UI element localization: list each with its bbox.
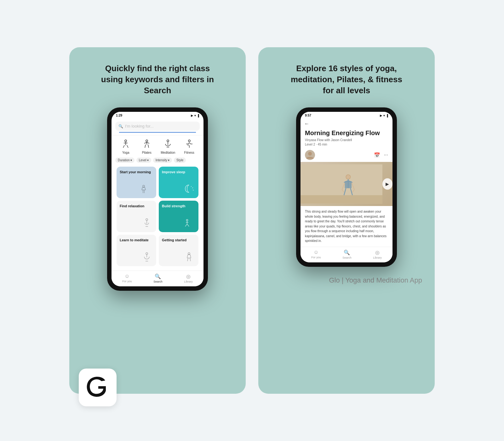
status-bar-right: 9:57 ▶ ▾ ▐ (301, 112, 392, 118)
nav-library-left[interactable]: ◎ Library (184, 273, 193, 283)
calendar-icon[interactable]: 📅 (374, 152, 380, 158)
card-getting-started-title: Getting started (162, 238, 195, 242)
glo-logo-svg (85, 375, 110, 400)
instructor-avatar (305, 150, 315, 160)
subtitle-line1: Vinyasa Flow with Jason Crandell (305, 138, 388, 142)
nav-search-left[interactable]: 🔍 Search (153, 273, 163, 283)
for-you-icon-right: ☺ (313, 249, 318, 255)
nav-for-you-right[interactable]: ☺ For you (311, 249, 321, 259)
card-build-strength[interactable]: Build strength (159, 201, 198, 232)
library-label-left: Library (184, 280, 193, 283)
bottom-section: Glo | Yoga and Meditation App (268, 267, 425, 284)
filter-level-label: Level (139, 158, 146, 162)
video-thumbnail[interactable]: ▶ (301, 162, 392, 206)
filter-duration[interactable]: Duration ▾ (115, 158, 135, 163)
search-icon-left: 🔍 (155, 273, 161, 279)
avatar-svg (305, 150, 315, 160)
card-improve-sleep-icon (162, 184, 195, 195)
phone-right-screen: 9:57 ▶ ▾ ▐ ← Morning Energizing Flow Vin… (301, 112, 392, 262)
card-learn-meditate-title: Learn to meditate (120, 238, 153, 242)
brand-text: Glo | Yoga and Meditation App (329, 276, 422, 284)
filter-duration-chevron: ▾ (130, 158, 132, 162)
yoga-icon (119, 139, 133, 150)
search-icon-right: 🔍 (344, 249, 350, 255)
svg-point-0 (125, 140, 127, 142)
svg-point-6 (186, 219, 188, 221)
category-fitness[interactable]: Fitness (182, 139, 196, 154)
time-left: 1:29 (116, 114, 122, 117)
wifi-icon: ▾ (194, 114, 196, 117)
card-find-relaxation-icon (120, 218, 153, 229)
svg-point-8 (188, 253, 190, 255)
search-bar-container[interactable]: 🔍 I'm looking for... (112, 118, 203, 135)
filter-style-label: Style (176, 158, 183, 162)
detail-meta-row: 📅 ··· (301, 149, 392, 162)
detail-header: ← (301, 118, 392, 128)
library-icon-left: ◎ (186, 273, 191, 279)
for-you-label-right: For you (311, 256, 321, 259)
meditation-icon (161, 139, 175, 150)
yoga-video-svg (301, 162, 382, 206)
category-pilates[interactable]: Pilates (140, 139, 154, 154)
right-panel-title: Explore 16 styles of yoga, meditation, P… (287, 63, 406, 96)
card-start-morning-title: Start your morning (120, 170, 153, 174)
class-description: This strong and steady flow will open an… (301, 206, 392, 247)
svg-point-9 (308, 152, 312, 156)
card-improve-sleep-title: Improve sleep (162, 170, 195, 174)
fitness-label: Fitness (184, 151, 194, 154)
time-right: 9:57 (305, 114, 311, 117)
card-improve-sleep[interactable]: Improve sleep (159, 167, 198, 198)
play-button[interactable]: ▶ (382, 178, 392, 190)
filter-intensity-label: Intensity (156, 158, 167, 162)
category-icons: Yoga Pilates Meditation (112, 135, 203, 156)
card-start-morning[interactable]: Start your morning (117, 167, 156, 198)
svg-point-4 (143, 185, 145, 187)
svg-point-12 (346, 175, 350, 179)
pilates-icon (140, 139, 154, 150)
status-bar-left: 1:29 ▶ ▾ ▐ (112, 112, 203, 118)
left-panel: Quickly find the right class using keywo… (69, 47, 246, 394)
nav-search-right[interactable]: 🔍 Search (342, 249, 352, 259)
search-input[interactable]: I'm looking for... (125, 124, 154, 129)
search-icon: 🔍 (118, 124, 123, 129)
card-learn-meditate-icon (120, 252, 153, 263)
svg-point-2 (167, 140, 169, 142)
left-panel-title: Quickly find the right class using keywo… (98, 63, 217, 96)
main-wrapper: Quickly find the right class using keywo… (57, 35, 447, 406)
card-learn-meditate[interactable]: Learn to meditate (117, 235, 156, 266)
detail-actions: 📅 ··· (374, 152, 388, 158)
signal-icon: ▶ (191, 114, 193, 117)
back-arrow[interactable]: ← (304, 121, 309, 127)
card-build-strength-title: Build strength (162, 204, 195, 208)
nav-for-you-left[interactable]: ☺ For you (122, 273, 132, 283)
fitness-icon (182, 139, 196, 150)
meditation-label: Meditation (161, 151, 175, 154)
svg-point-5 (146, 219, 148, 220)
nav-library-right[interactable]: ◎ Library (373, 249, 382, 259)
library-icon-right: ◎ (375, 249, 380, 255)
grid-categories: Start your morning Improve sleep (112, 165, 203, 271)
filter-intensity-chevron: ▾ (168, 158, 169, 162)
class-subtitle: Vinyasa Flow with Jason Crandell Level 2… (301, 137, 392, 149)
wifi-icon-r: ▾ (383, 114, 385, 117)
search-label-right: Search (342, 256, 352, 259)
more-icon[interactable]: ··· (384, 152, 388, 158)
filter-level[interactable]: Level ▾ (136, 158, 151, 163)
battery-icon: ▐ (197, 114, 199, 117)
card-getting-started[interactable]: Getting started (159, 235, 198, 266)
bottom-nav-right: ☺ For you 🔍 Search ◎ Library (301, 247, 392, 262)
category-yoga[interactable]: Yoga (119, 139, 133, 154)
category-meditation[interactable]: Meditation (161, 139, 175, 154)
card-find-relaxation[interactable]: Find relaxation (117, 201, 156, 232)
search-underline (119, 132, 196, 133)
filter-intensity[interactable]: Intensity ▾ (153, 158, 172, 163)
for-you-icon-left: ☺ (124, 273, 129, 279)
filter-style[interactable]: Style (174, 158, 186, 163)
card-find-relaxation-title: Find relaxation (120, 204, 153, 208)
bottom-nav-left: ☺ For you 🔍 Search ◎ Library (112, 271, 203, 286)
svg-point-7 (146, 253, 148, 255)
filter-bar: Duration ▾ Level ▾ Intensity ▾ Style (112, 156, 203, 165)
phone-left-screen: 1:29 ▶ ▾ ▐ 🔍 I'm looking for... (112, 112, 203, 286)
search-bar[interactable]: 🔍 I'm looking for... (115, 122, 200, 131)
card-start-morning-icon (120, 184, 153, 195)
